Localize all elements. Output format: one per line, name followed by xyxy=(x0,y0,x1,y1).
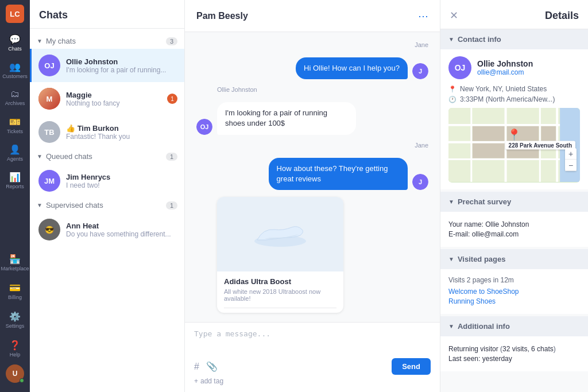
close-details-button[interactable]: ✕ xyxy=(450,9,458,22)
visited-pages-chevron: ▼ xyxy=(448,256,454,262)
zoom-out-button[interactable]: − xyxy=(565,160,577,171)
queued-chats-chevron: ▼ xyxy=(37,153,42,160)
visited-page-2[interactable]: Running Shoes xyxy=(448,297,580,305)
msg-bubble-outgoing-1: Hi Ollie! How can I help you? xyxy=(296,57,408,79)
additional-info-header[interactable]: ▼ Additional info xyxy=(440,316,588,336)
send-button[interactable]: Send xyxy=(392,358,431,375)
queued-chats-label: Queued chats xyxy=(46,152,92,161)
sidebar-label-customers: Customers xyxy=(2,73,28,79)
details-header: ✕ Details xyxy=(440,0,588,29)
my-chats-section-header[interactable]: ▼ My chats 3 xyxy=(30,33,184,49)
map-view: 📍 228 Park Avenue South + − xyxy=(448,108,580,183)
chats-panel: Chats ▼ My chats 3 OJ Ollie Johnston I'm… xyxy=(30,0,185,392)
contact-avatar: OJ xyxy=(448,56,471,79)
chat-name-ann: Ann Heat xyxy=(66,222,177,230)
location-icon: 📍 xyxy=(448,86,457,93)
msg-row-outgoing-1: J Hi Ollie! How can I help you? xyxy=(196,57,428,79)
sidebar-item-help[interactable]: ❓ Help xyxy=(2,336,28,361)
sidebar-item-tickets[interactable]: 🎫 Tickets xyxy=(2,112,28,138)
msg-avatar-jane-2: J xyxy=(412,174,428,190)
my-chats-chevron: ▼ xyxy=(37,38,42,44)
prechat-survey-header[interactable]: ▼ Prechat survey xyxy=(440,192,588,212)
contact-info-label: Contact info xyxy=(458,35,501,44)
sidebar-bottom: 🏪 Marketplace 💳 Billing ⚙️ Settings ❓ He… xyxy=(2,250,28,383)
additional-info-label: Additional info xyxy=(458,322,510,331)
message-input[interactable] xyxy=(194,329,431,352)
contact-info-header[interactable]: ▼ Contact info xyxy=(440,29,588,49)
more-options-icon[interactable]: ⋯ xyxy=(418,10,428,22)
sidebar-item-billing[interactable]: 💳 Billing xyxy=(2,278,28,304)
queued-chats-section-header[interactable]: ▼ Queued chats 1 xyxy=(30,149,184,164)
zoom-in-button[interactable]: + xyxy=(565,148,577,160)
settings-icon: ⚙️ xyxy=(9,311,21,322)
product-body: Adidas Ultra Boost All white new 2018 Ul… xyxy=(217,271,343,313)
details-panel: ✕ Details ▼ Contact info OJ Ollie Johnst… xyxy=(440,0,588,392)
contact-info-section: ▼ Contact info OJ Ollie Johnston ollie@m… xyxy=(440,29,588,189)
chat-info-tim: 👍 Tim Burkon Fantastic! Thank you xyxy=(66,124,177,141)
supervised-chats-count: 1 xyxy=(166,201,177,209)
chat-info-ollie: Ollie Johnston I'm looking for a pair of… xyxy=(66,57,177,74)
online-badge xyxy=(20,378,24,383)
msg-avatar-jane: J xyxy=(412,63,428,79)
chat-name-ollie: Ollie Johnston xyxy=(66,57,177,66)
chat-name-tim: 👍 Tim Burkon xyxy=(66,124,177,133)
sidebar-item-marketplace[interactable]: 🏪 Marketplace xyxy=(2,250,28,275)
product-image xyxy=(217,197,343,271)
sidebar-label-agents: Agents xyxy=(7,156,23,162)
chat-item-tim[interactable]: TB 👍 Tim Burkon Fantastic! Thank you xyxy=(30,115,184,149)
additional-info-section: ▼ Additional info Returning visitor (32 … xyxy=(440,316,588,371)
attachment-icon[interactable]: 📎 xyxy=(206,361,218,372)
customers-icon: 👥 xyxy=(9,61,21,72)
msg-avatar-ollie: OJ xyxy=(196,119,212,135)
chat-input-area: # 📎 Send + add tag xyxy=(185,322,440,392)
sidebar-label-marketplace: Marketplace xyxy=(1,266,29,271)
chat-preview-ollie: I'm looking for a pair of running... xyxy=(66,66,177,74)
chat-item-maggie[interactable]: M Maggie Nothing too fancy 1 xyxy=(30,82,184,115)
chat-item-ann[interactable]: 😎 Ann Heat Do you have something differe… xyxy=(30,213,184,246)
chat-avatar-jim: JM xyxy=(38,170,60,192)
chat-name-maggie: Maggie xyxy=(66,91,161,99)
msg-row-incoming-1: OJ I'm looking for a pair of running sho… xyxy=(196,102,428,134)
add-tag-button[interactable]: + add tag xyxy=(194,377,431,385)
prechat-name-row: Your name: Ollie Johnston xyxy=(448,220,580,228)
chat-name-jim: Jim Henrycs xyxy=(66,173,177,181)
contact-email[interactable]: ollie@mail.com xyxy=(477,68,533,76)
sidebar-item-chats[interactable]: 💬 Chats xyxy=(2,30,28,55)
visits-summary: Visits 2 pages in 12m xyxy=(448,276,580,284)
my-chats-label: My chats xyxy=(46,37,76,45)
user-avatar[interactable]: U xyxy=(6,364,24,383)
sidebar-item-settings[interactable]: ⚙️ Settings xyxy=(2,307,28,332)
chat-input-actions: # 📎 Send xyxy=(194,358,431,375)
unread-badge-maggie: 1 xyxy=(167,94,177,104)
hashtag-icon[interactable]: # xyxy=(194,362,199,372)
sidebar-item-archives[interactable]: 🗂 Archives xyxy=(2,85,28,110)
visited-page-1[interactable]: Welcome to ShoeShop xyxy=(448,288,580,296)
contact-name: Ollie Johnston xyxy=(477,59,533,68)
sidebar-label-billing: Billing xyxy=(8,294,22,300)
queued-chats-count: 1 xyxy=(166,153,177,161)
msg-bubble-incoming-1: I'm looking for a pair of running shoes … xyxy=(217,102,356,134)
billing-icon: 💳 xyxy=(9,282,21,293)
prechat-survey-section: ▼ Prechat survey Your name: Ollie Johnst… xyxy=(440,192,588,247)
sidebar-item-agents[interactable]: 👤 Agents xyxy=(2,140,28,165)
chat-item-ollie[interactable]: OJ Ollie Johnston I'm looking for a pair… xyxy=(30,49,184,82)
chat-item-jim[interactable]: JM Jim Henrycs I need two! xyxy=(30,164,184,197)
visited-pages-label: Visited pages xyxy=(458,255,506,263)
supervised-chats-section-header[interactable]: ▼ Supervised chats 1 xyxy=(30,197,184,213)
supervised-chats-label: Supervised chats xyxy=(46,201,103,209)
sidebar-nav: 💬 Chats 👥 Customers 🗂 Archives 🎫 Tickets… xyxy=(0,30,30,250)
see-offer-button[interactable]: See the offer… xyxy=(224,308,336,313)
chats-title: Chats xyxy=(39,9,175,21)
prechat-email-value[interactable]: ollie@mail.com xyxy=(472,230,519,238)
visited-pages-header[interactable]: ▼ Visited pages xyxy=(440,249,588,269)
chat-main: Pam Beesly ⋯ Jane J Hi Ollie! How can I … xyxy=(185,0,440,392)
chats-icon: 💬 xyxy=(9,34,21,45)
sidebar-item-reports[interactable]: 📊 Reports xyxy=(2,168,28,193)
chat-preview-maggie: Nothing too fancy xyxy=(66,99,161,107)
prechat-survey-body: Your name: Ollie Johnston E-mail: ollie@… xyxy=(440,212,588,247)
sidebar-item-customers[interactable]: 👥 Customers xyxy=(2,57,28,83)
chat-avatar-ollie: OJ xyxy=(38,55,60,76)
contact-location: 📍 New York, NY, Unietd States xyxy=(448,85,580,93)
chats-list: ▼ My chats 3 OJ Ollie Johnston I'm looki… xyxy=(30,29,184,392)
chat-preview-ann: Do you have something different... xyxy=(66,230,177,238)
